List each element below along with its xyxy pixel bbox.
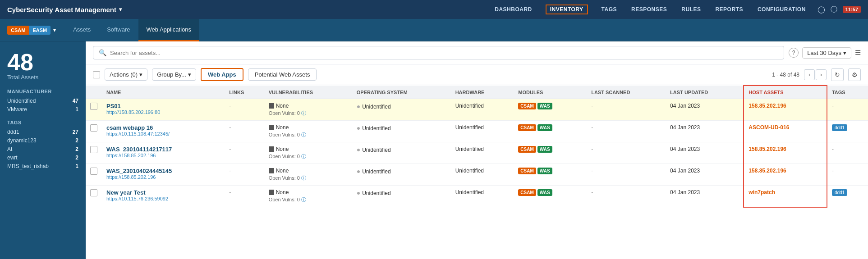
asset-url-link[interactable]: http://158.85.202.196:80 bbox=[106, 109, 220, 115]
row-checkbox[interactable] bbox=[90, 189, 97, 196]
tag-ddd1[interactable]: ddd1 27 bbox=[7, 129, 78, 135]
col-tags[interactable]: TAGS bbox=[827, 86, 868, 99]
info-icon[interactable]: ⓘ bbox=[301, 175, 306, 181]
scope-csam[interactable]: CSAM bbox=[7, 26, 29, 35]
col-os[interactable]: OPERATING SYSTEM bbox=[352, 86, 451, 99]
module-tag-was[interactable]: WAS bbox=[537, 189, 552, 196]
row-checkbox-cell[interactable] bbox=[86, 99, 102, 121]
asset-url-link[interactable]: https://10.115.76.236:59092 bbox=[106, 196, 220, 201]
module-tag-was[interactable]: WAS bbox=[537, 146, 552, 153]
row-checkbox[interactable] bbox=[90, 124, 97, 132]
prev-page-button[interactable]: ‹ bbox=[804, 69, 815, 80]
row-checkbox[interactable] bbox=[90, 103, 97, 110]
row-last-scanned-cell: - bbox=[587, 99, 666, 121]
tag-mrs-test-rishab[interactable]: MRS_test_rishab 1 bbox=[7, 163, 78, 169]
asset-name-link[interactable]: csam webapp 16 bbox=[106, 124, 220, 131]
tag-ewrt[interactable]: ewrt 2 bbox=[7, 154, 78, 161]
asset-name-link[interactable]: WAS_230104114217117 bbox=[106, 146, 220, 153]
potential-assets-button[interactable]: Potential Web Assets bbox=[248, 68, 317, 81]
tab-web-applications[interactable]: Web Applications bbox=[138, 19, 200, 41]
actions-button[interactable]: Actions (0) ▾ bbox=[105, 68, 147, 81]
column-settings-button[interactable]: ⚙ bbox=[848, 68, 861, 81]
chevron-down-icon[interactable]: ▾ bbox=[119, 6, 122, 13]
nav-reports[interactable]: REPORTS bbox=[714, 5, 744, 14]
row-checkbox[interactable] bbox=[90, 168, 97, 175]
row-checkbox-cell[interactable] bbox=[86, 121, 102, 142]
tag-badge[interactable]: ddd1 bbox=[832, 124, 847, 131]
table-header-row: NAME LINKS VULNERABILITIES OPERATING SYS… bbox=[86, 86, 868, 99]
nav-icons: ◯ ⓘ 11:57 bbox=[817, 5, 861, 14]
asset-url-link[interactable]: https://10.115.108.47:12345/ bbox=[106, 131, 220, 136]
app-title[interactable]: CyberSecurity Asset Management ▾ bbox=[7, 6, 122, 14]
tag-dynamic123[interactable]: dynamic123 2 bbox=[7, 137, 78, 144]
module-tag-csam[interactable]: CSAM bbox=[518, 189, 536, 196]
search-input-wrap[interactable]: 🔍 bbox=[93, 46, 784, 59]
module-tag-csam[interactable]: CSAM bbox=[518, 168, 536, 174]
menu-icon[interactable]: ☰ bbox=[855, 49, 861, 57]
host-asset-link[interactable]: 158.85.202.196 bbox=[749, 146, 786, 152]
row-tags-cell: ddd1 bbox=[827, 186, 868, 207]
col-links[interactable]: LINKS bbox=[225, 86, 264, 99]
nav-dashboard[interactable]: DASHBOARD bbox=[494, 5, 533, 14]
scope-easm[interactable]: EASM bbox=[29, 26, 51, 35]
manufacturer-unidentified[interactable]: Unidentified 47 bbox=[7, 98, 78, 104]
next-page-button[interactable]: › bbox=[816, 69, 827, 80]
select-all-checkbox[interactable] bbox=[93, 71, 100, 78]
host-asset-link[interactable]: ASCOM-UD-016 bbox=[749, 124, 789, 131]
nav-tags[interactable]: TAGS bbox=[601, 5, 618, 14]
col-modules[interactable]: MODULES bbox=[514, 86, 587, 99]
module-tag-csam[interactable]: CSAM bbox=[518, 103, 536, 109]
group-by-button[interactable]: Group By... ▾ bbox=[152, 68, 196, 81]
module-tag-was[interactable]: WAS bbox=[537, 103, 552, 109]
col-vulnerabilities[interactable]: VULNERABILITIES bbox=[264, 86, 352, 99]
manufacturer-vmware[interactable]: VMware 1 bbox=[7, 106, 78, 113]
scope-selector[interactable]: CSAM EASM ▾ bbox=[7, 26, 56, 35]
nav-configuration[interactable]: CONFIGURATION bbox=[757, 5, 807, 14]
tag-at[interactable]: At 2 bbox=[7, 146, 78, 152]
nav-responses[interactable]: RESPONSES bbox=[630, 5, 668, 14]
col-name[interactable]: NAME bbox=[102, 86, 225, 99]
asset-name-link[interactable]: PS01 bbox=[106, 103, 220, 109]
module-tag-was[interactable]: WAS bbox=[537, 124, 552, 131]
tab-software[interactable]: Software bbox=[99, 19, 138, 41]
host-asset-link[interactable]: 158.85.202.196 bbox=[749, 168, 786, 174]
row-hardware-cell: Unidentified bbox=[451, 121, 514, 142]
row-os-cell: ●Unidentified bbox=[352, 164, 451, 186]
asset-name-link[interactable]: New year Test bbox=[106, 189, 220, 196]
nav-rules[interactable]: RULES bbox=[680, 5, 702, 14]
web-apps-tab-button[interactable]: Web Apps bbox=[201, 68, 243, 81]
user-icon[interactable]: ◯ bbox=[817, 5, 825, 14]
row-os-cell: ●Unidentified bbox=[352, 142, 451, 164]
row-checkbox-cell[interactable] bbox=[86, 186, 102, 207]
row-checkbox[interactable] bbox=[90, 146, 97, 153]
tag-badge[interactable]: ddd1 bbox=[832, 189, 847, 196]
info-icon[interactable]: ⓘ bbox=[301, 110, 306, 116]
row-checkbox-cell[interactable] bbox=[86, 142, 102, 164]
nav-inventory[interactable]: INVENTORY bbox=[546, 5, 588, 14]
host-asset-link[interactable]: win7patch bbox=[749, 189, 775, 195]
asset-name-link[interactable]: WAS_230104024445145 bbox=[106, 168, 220, 174]
host-asset-link[interactable]: 158.85.202.196 bbox=[749, 103, 786, 109]
col-last-scanned[interactable]: LAST SCANNED bbox=[587, 86, 666, 99]
col-host-assets[interactable]: HOST ASSETS bbox=[744, 86, 827, 99]
col-hardware[interactable]: HARDWARE bbox=[451, 86, 514, 99]
help-circle-icon[interactable]: ? bbox=[789, 48, 799, 58]
date-filter-dropdown[interactable]: Last 30 Days ▾ bbox=[802, 47, 851, 59]
scope-dropdown-icon[interactable]: ▾ bbox=[53, 27, 56, 33]
tab-assets[interactable]: Assets bbox=[65, 19, 99, 41]
col-last-updated[interactable]: LAST UPDATED bbox=[666, 86, 744, 99]
module-tag-csam[interactable]: CSAM bbox=[518, 146, 536, 153]
search-input[interactable] bbox=[110, 50, 778, 56]
info-icon[interactable]: ⓘ bbox=[301, 154, 306, 159]
module-tag-was[interactable]: WAS bbox=[537, 168, 552, 174]
row-hardware-cell: Unidentified bbox=[451, 142, 514, 164]
module-tag-csam[interactable]: CSAM bbox=[518, 124, 536, 131]
row-modules-cell: CSAMWAS bbox=[514, 186, 587, 207]
info-icon[interactable]: ⓘ bbox=[301, 197, 306, 202]
row-checkbox-cell[interactable] bbox=[86, 164, 102, 186]
help-icon[interactable]: ⓘ bbox=[831, 5, 837, 14]
refresh-button[interactable]: ↻ bbox=[831, 68, 844, 81]
info-icon[interactable]: ⓘ bbox=[301, 132, 306, 137]
asset-url-link[interactable]: https://158.85.202.196 bbox=[106, 153, 220, 158]
asset-url-link[interactable]: https://158.85.202.196 bbox=[106, 174, 220, 180]
